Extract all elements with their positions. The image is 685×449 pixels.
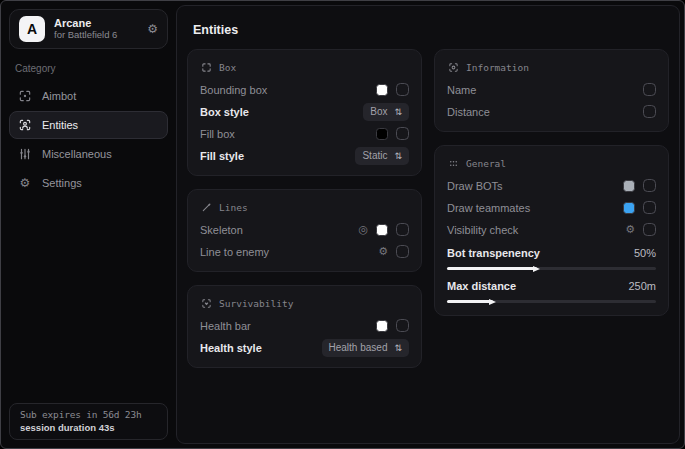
setting-label: Draw BOTs xyxy=(447,180,503,192)
setting-row-fill-style: Fill style Static ⇅ xyxy=(200,145,409,166)
setting-row-draw-bots: Draw BOTs xyxy=(447,175,656,196)
card-title: Survivability xyxy=(219,298,293,309)
setting-row-visibility-check: Visibility check ⚙ xyxy=(447,219,656,240)
left-column: Box Bounding box Box style Box xyxy=(187,49,422,368)
color-swatch[interactable] xyxy=(376,224,388,236)
card-title: Information xyxy=(466,62,529,73)
setting-row-line-to-enemy: Line to enemy ⚙ xyxy=(200,241,409,262)
sidebar-item-settings[interactable]: ⚙ Settings xyxy=(9,169,168,197)
settings-columns: Box Bounding box Box style Box xyxy=(187,49,669,368)
slider-value: 250m xyxy=(628,280,656,292)
card-header: Survivability xyxy=(200,295,409,311)
setting-label: Name xyxy=(447,84,476,96)
visibility-check-checkbox[interactable] xyxy=(643,223,656,236)
category-label: Category xyxy=(15,63,168,74)
gear-icon: ⚙ xyxy=(18,176,32,190)
health-style-dropdown[interactable]: Health based ⇅ xyxy=(322,339,409,357)
setting-row-health-bar: Health bar xyxy=(200,315,409,336)
setting-label: Box style xyxy=(200,106,249,118)
page-title: Entities xyxy=(193,23,669,37)
slider-fill xyxy=(447,267,537,270)
max-distance-slider[interactable] xyxy=(447,297,656,306)
scope-settings-icon[interactable]: ◎ xyxy=(358,224,368,235)
line-to-enemy-checkbox[interactable] xyxy=(396,245,409,258)
grid-dots-icon xyxy=(447,157,459,169)
card-title: General xyxy=(466,158,506,169)
slider-group-bot-transparency: Bot transpenency 50% xyxy=(447,244,656,273)
app-window: A Arcane for Battlefield 6 ⚙ Category Ai… xyxy=(0,0,685,449)
setting-label: Visibility check xyxy=(447,224,518,236)
sidebar-item-label: Miscellaneous xyxy=(42,148,112,160)
brand-text: Arcane for Battlefield 6 xyxy=(54,17,138,41)
fill-style-dropdown[interactable]: Static ⇅ xyxy=(355,147,409,165)
unfold-icon: ⇅ xyxy=(394,107,402,117)
sidebar-item-aimbot[interactable]: Aimbot xyxy=(9,82,168,110)
color-swatch[interactable] xyxy=(376,320,388,332)
app-logo-letter: A xyxy=(27,21,37,37)
setting-label: Fill box xyxy=(200,128,235,140)
pencil-line-icon xyxy=(200,201,212,213)
setting-label: Distance xyxy=(447,106,490,118)
setting-label: Health style xyxy=(200,342,262,354)
setting-label: Line to enemy xyxy=(200,246,269,258)
subscription-info-box: Sub expires in 56d 23h session duration … xyxy=(9,403,168,440)
sliders-icon xyxy=(18,147,32,161)
box-style-dropdown[interactable]: Box ⇅ xyxy=(363,103,409,121)
gear-icon[interactable]: ⚙ xyxy=(147,23,158,35)
sidebar-item-label: Entities xyxy=(42,119,78,131)
sidebar-nav: Aimbot Entities xyxy=(9,82,168,197)
slider-group-max-distance: Max distance 250m xyxy=(447,277,656,306)
setting-row-bounding-box: Bounding box xyxy=(200,79,409,100)
person-scan-icon xyxy=(18,118,32,132)
gear-icon[interactable]: ⚙ xyxy=(378,246,388,257)
sidebar-item-miscellaneous[interactable]: Miscellaneous xyxy=(9,140,168,168)
app-logo: A xyxy=(19,16,45,42)
session-duration-text: session duration 43s xyxy=(20,422,157,433)
card-header: Box xyxy=(200,59,409,75)
slider-label: Max distance xyxy=(447,280,516,292)
sidebar-item-entities[interactable]: Entities xyxy=(9,111,168,139)
color-swatch[interactable] xyxy=(376,128,388,140)
setting-row-draw-teammates: Draw teammates xyxy=(447,197,656,218)
sidebar-item-label: Settings xyxy=(42,177,82,189)
draw-teammates-checkbox[interactable] xyxy=(643,201,656,214)
fill-box-checkbox[interactable] xyxy=(396,127,409,140)
card-title: Box xyxy=(219,62,236,73)
bot-transparency-slider[interactable] xyxy=(447,264,656,273)
card-title: Lines xyxy=(219,202,248,213)
dropdown-value: Box xyxy=(370,106,387,117)
card-information: Information Name Distance xyxy=(434,49,669,132)
color-swatch[interactable] xyxy=(376,84,388,96)
slider-thumb[interactable] xyxy=(533,266,540,272)
app-subtitle: for Battlefield 6 xyxy=(54,30,138,41)
color-swatch[interactable] xyxy=(623,180,635,192)
setting-label: Draw teammates xyxy=(447,202,530,214)
bounding-box-checkbox[interactable] xyxy=(396,83,409,96)
distance-checkbox[interactable] xyxy=(643,105,656,118)
slider-value: 50% xyxy=(634,247,656,259)
slider-fill xyxy=(447,300,493,303)
unfold-icon: ⇅ xyxy=(394,151,402,161)
setting-row-distance: Distance xyxy=(447,101,656,122)
sidebar: A Arcane for Battlefield 6 ⚙ Category Ai… xyxy=(1,1,176,448)
setting-row-skeleton: Skeleton ◎ xyxy=(200,219,409,240)
setting-row-health-style: Health style Health based ⇅ xyxy=(200,337,409,358)
card-survivability: Survivability Health bar Health style xyxy=(187,285,422,368)
brand-card: A Arcane for Battlefield 6 ⚙ xyxy=(9,9,168,49)
health-bar-checkbox[interactable] xyxy=(396,319,409,332)
name-checkbox[interactable] xyxy=(643,83,656,96)
gear-icon[interactable]: ⚙ xyxy=(625,224,635,235)
sub-expiry-text: Sub expires in 56d 23h xyxy=(20,409,157,420)
setting-row-fill-box: Fill box xyxy=(200,123,409,144)
draw-bots-checkbox[interactable] xyxy=(643,179,656,192)
setting-row-box-style: Box style Box ⇅ xyxy=(200,101,409,122)
setting-row-name: Name xyxy=(447,79,656,100)
skeleton-checkbox[interactable] xyxy=(396,223,409,236)
slider-thumb[interactable] xyxy=(489,299,496,305)
slider-label: Bot transpenency xyxy=(447,247,540,259)
setting-label: Fill style xyxy=(200,150,244,162)
color-swatch[interactable] xyxy=(623,202,635,214)
dropdown-value: Health based xyxy=(329,342,388,353)
info-frame-icon xyxy=(447,61,459,73)
setting-label: Health bar xyxy=(200,320,251,332)
